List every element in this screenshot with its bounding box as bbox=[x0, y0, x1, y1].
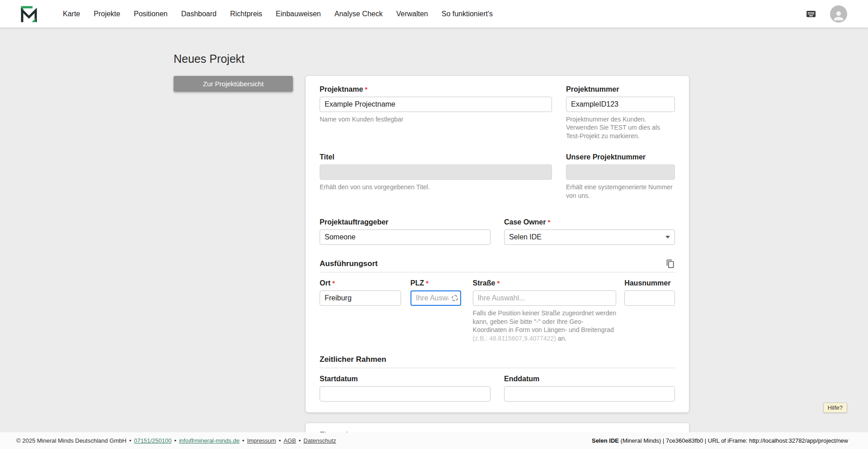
startdatum-label: Startdatum bbox=[320, 374, 491, 383]
titel-input bbox=[320, 164, 552, 180]
nav-item-analyse-check[interactable]: Analyse Check bbox=[328, 0, 390, 28]
projektname-helper: Name vom Kunden festlegbar bbox=[320, 115, 552, 123]
nav-item-karte[interactable]: Karte bbox=[56, 0, 87, 28]
nav-item-verwalten[interactable]: Verwalten bbox=[389, 0, 434, 28]
nav-item-projekte[interactable]: Projekte bbox=[87, 0, 127, 28]
hausnummer-field: Hausnummer bbox=[624, 279, 675, 306]
strasse-label: Straße* bbox=[473, 279, 617, 287]
case-owner-value: Selen IDE bbox=[509, 233, 542, 241]
plz-label: PLZ* bbox=[410, 279, 461, 287]
keyboard-icon[interactable] bbox=[804, 9, 818, 19]
section-divider bbox=[320, 368, 675, 368]
required-marker: * bbox=[547, 218, 550, 226]
app-logo[interactable] bbox=[20, 5, 38, 23]
projektnummer-input[interactable] bbox=[566, 97, 675, 112]
enddatum-field: Enddatum bbox=[504, 374, 675, 402]
enddatum-label: Enddatum bbox=[504, 374, 675, 383]
strasse-input[interactable] bbox=[473, 290, 617, 306]
main-navigation: Karte Projekte Positionen Dashboard Rich… bbox=[56, 0, 500, 28]
projektname-label: Projektname* bbox=[320, 85, 552, 94]
strasse-field: Straße* Falls die Position keiner Straße… bbox=[473, 279, 617, 342]
enddatum-input[interactable] bbox=[504, 386, 675, 402]
ort-field: Ort* bbox=[320, 279, 401, 306]
projektauftraggeber-field: Projektauftraggeber bbox=[320, 218, 491, 245]
firmendaten-card: Firmendaten bbox=[306, 423, 689, 432]
required-marker: * bbox=[332, 279, 335, 287]
ausfuehrungsort-section-header: Ausführungsort bbox=[320, 259, 675, 268]
person-icon bbox=[832, 9, 845, 23]
unsere-projektnummer-input bbox=[566, 164, 675, 180]
nav-item-positionen[interactable]: Positionen bbox=[127, 0, 175, 28]
session-user: Selen IDE bbox=[592, 437, 619, 444]
plz-field: PLZ* bbox=[410, 279, 461, 306]
case-owner-label: Case Owner* bbox=[504, 218, 675, 226]
startdatum-input[interactable] bbox=[320, 386, 491, 402]
projektauftraggeber-label: Projektauftraggeber bbox=[320, 218, 491, 226]
required-marker: * bbox=[497, 279, 500, 287]
mineral-minds-logo-icon bbox=[20, 5, 38, 23]
hausnummer-input[interactable] bbox=[624, 290, 675, 306]
left-column: Zur Projektübersicht bbox=[174, 76, 306, 92]
titel-field: Titel Erhält den von uns vorgegebenen Ti… bbox=[320, 153, 552, 191]
projektname-field: Projektname* Name vom Kunden festlegbar bbox=[320, 85, 552, 123]
footer-left: © 2025 Mineral Minds Deutschland GmbH • … bbox=[16, 437, 336, 444]
ausfuehrungsort-section-title: Ausführungsort bbox=[320, 259, 377, 268]
page-title: Neues Projekt bbox=[174, 52, 868, 65]
projektauftraggeber-input[interactable] bbox=[320, 229, 491, 245]
required-marker: * bbox=[365, 85, 368, 93]
agb-link[interactable]: AGB bbox=[283, 437, 296, 444]
help-button[interactable]: Hilfe? bbox=[823, 402, 847, 413]
unsere-projektnummer-helper: Erhält eine systemgenerierte Nummer von … bbox=[566, 183, 675, 200]
firmendaten-section-title: Firmendaten bbox=[320, 430, 675, 432]
projektname-input[interactable] bbox=[320, 97, 552, 112]
phone-link[interactable]: 07151/250100 bbox=[134, 437, 171, 444]
case-owner-field: Case Owner* Selen IDE bbox=[504, 218, 675, 245]
page-footer: © 2025 Mineral Minds Deutschland GmbH • … bbox=[0, 432, 868, 449]
chevron-down-icon bbox=[665, 236, 670, 239]
session-info: Selen IDE (Mineral Minds) | 7ce360e83fb0… bbox=[592, 437, 848, 444]
strasse-helper: Falls die Position keiner Straße zugeord… bbox=[473, 309, 617, 342]
loading-spinner-icon bbox=[452, 295, 458, 301]
nav-item-richtpreis[interactable]: Richtpreis bbox=[223, 0, 269, 28]
session-details: (Mineral Minds) | 7ce360e83fb0 | URL of … bbox=[621, 437, 848, 444]
case-owner-select[interactable]: Selen IDE bbox=[504, 229, 675, 245]
projektnummer-helper: Projektnummer des Kunden. Verwenden Sie … bbox=[566, 115, 675, 140]
projektnummer-field: Projektnummer Projektnummer des Kunden. … bbox=[566, 85, 675, 140]
ort-label: Ort* bbox=[320, 279, 401, 287]
zeitlicher-rahmen-section-title: Zeitlicher Rahmen bbox=[320, 355, 386, 364]
impressum-link[interactable]: Impressum bbox=[247, 437, 276, 444]
copy-icon[interactable] bbox=[666, 259, 675, 268]
titel-helper: Erhält den von uns vorgegebenen Titel. bbox=[320, 183, 552, 191]
strasse-helper-example: (z.B.: 48.8115607,9.4077422) bbox=[473, 335, 556, 342]
nav-item-einbauweisen[interactable]: Einbauweisen bbox=[269, 0, 328, 28]
email-link[interactable]: info@mineral-minds.de bbox=[179, 437, 240, 444]
project-form-card: Projektname* Name vom Kunden festlegbar … bbox=[306, 76, 689, 412]
required-marker: * bbox=[426, 279, 429, 287]
main-content: Neues Projekt Zur Projektübersicht Proje… bbox=[0, 28, 868, 432]
unsere-projektnummer-field: Unsere Projektnummer Erhält eine systemg… bbox=[566, 153, 675, 200]
section-divider bbox=[320, 272, 675, 272]
back-to-overview-button[interactable]: Zur Projektübersicht bbox=[174, 76, 293, 92]
zeitlicher-rahmen-section-header: Zeitlicher Rahmen bbox=[320, 355, 675, 364]
projektnummer-label: Projektnummer bbox=[566, 85, 675, 94]
nav-item-so-funktionierts[interactable]: So funktioniert's bbox=[435, 0, 500, 28]
unsere-projektnummer-label: Unsere Projektnummer bbox=[566, 153, 675, 161]
titel-label: Titel bbox=[320, 153, 552, 161]
hausnummer-label: Hausnummer bbox=[624, 279, 675, 287]
navbar-right bbox=[804, 5, 847, 23]
top-navbar: Karte Projekte Positionen Dashboard Rich… bbox=[0, 0, 868, 28]
startdatum-field: Startdatum bbox=[320, 374, 491, 402]
copyright-text: © 2025 Mineral Minds Deutschland GmbH bbox=[16, 437, 127, 444]
ort-input[interactable] bbox=[320, 290, 401, 306]
datenschutz-link[interactable]: Datenschutz bbox=[303, 437, 336, 444]
user-avatar[interactable] bbox=[830, 5, 847, 23]
nav-item-dashboard[interactable]: Dashboard bbox=[175, 0, 223, 28]
